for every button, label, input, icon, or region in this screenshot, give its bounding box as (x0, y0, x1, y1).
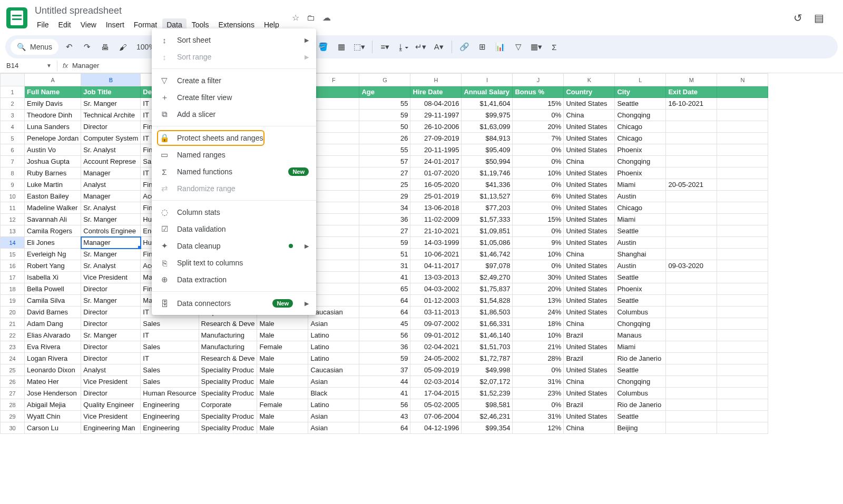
cell[interactable]: 10-06-2021 (410, 249, 462, 260)
cell[interactable]: Director (81, 283, 141, 295)
cell[interactable]: Phoenix (615, 167, 666, 179)
cell[interactable]: 08-04-2016 (410, 98, 462, 110)
table-view-button[interactable]: ▦▾ (529, 39, 544, 54)
cell[interactable]: Speciality Produc (199, 364, 257, 376)
cell[interactable]: Luna Sanders (25, 121, 81, 133)
cell[interactable]: Elias Alvarado (25, 330, 81, 341)
column-header[interactable]: L (615, 74, 666, 86)
cell[interactable]: Manaus (615, 330, 666, 341)
formula-input[interactable]: Manager (72, 62, 99, 70)
header-cell[interactable]: Country (564, 86, 615, 98)
cell[interactable] (717, 156, 768, 167)
cell[interactable]: 31% (513, 376, 564, 388)
cell[interactable]: Manufacturing (199, 330, 257, 341)
row-header[interactable]: 7 (1, 156, 25, 167)
cell[interactable]: China (564, 249, 615, 260)
cell[interactable]: Brazil (564, 330, 615, 341)
cell[interactable]: United States (564, 272, 615, 283)
cell[interactable]: 0% (513, 179, 564, 191)
cell[interactable]: 04-03-2002 (410, 283, 462, 295)
menu-item-data-cleanup[interactable]: ✦Data cleanup▶ (152, 238, 316, 254)
cell[interactable]: United States (564, 98, 615, 110)
cell[interactable]: 10% (513, 249, 564, 260)
cell[interactable]: 59 (359, 110, 410, 121)
menu-item-protect-sheets-and-ranges[interactable]: 🔒Protect sheets and ranges (152, 130, 316, 146)
cell[interactable] (666, 364, 717, 376)
cell[interactable]: 45 (359, 318, 410, 330)
cell[interactable] (717, 272, 768, 283)
cell[interactable]: 55 (359, 144, 410, 156)
cell[interactable]: Abigail Mejia (25, 399, 81, 411)
header-cell[interactable] (717, 86, 768, 98)
cell[interactable]: Director (81, 121, 141, 133)
cell[interactable]: Beijing (615, 422, 666, 434)
cell[interactable]: Analyst (81, 364, 141, 376)
row-header[interactable]: 12 (1, 214, 25, 225)
menu-edit[interactable]: Edit (54, 18, 75, 31)
cell[interactable]: 31 (359, 260, 410, 272)
cell[interactable]: Speciality Produc (199, 388, 257, 399)
cell[interactable]: China (564, 422, 615, 434)
cell[interactable]: 09-07-2002 (410, 318, 462, 330)
cell[interactable] (717, 388, 768, 399)
row-header[interactable]: 16 (1, 260, 25, 272)
cell[interactable]: $99,975 (462, 110, 513, 121)
cell[interactable]: Female (257, 399, 308, 411)
cell[interactable]: Robert Yang (25, 260, 81, 272)
cell[interactable] (717, 144, 768, 156)
star-icon[interactable]: ☆ (292, 13, 299, 23)
cell[interactable] (666, 202, 717, 214)
cell[interactable]: $1,57,333 (462, 214, 513, 225)
cell[interactable]: $2,07,172 (462, 376, 513, 388)
cell[interactable]: Speciality Produc (199, 422, 257, 434)
menu-item-data-extraction[interactable]: ⊕Data extraction (152, 271, 316, 288)
column-header[interactable]: M (666, 74, 717, 86)
cell[interactable] (666, 225, 717, 237)
cell[interactable]: Sr. Manger (81, 295, 141, 307)
cell[interactable] (666, 295, 717, 307)
cell[interactable] (717, 225, 768, 237)
insert-chart-button[interactable]: 📊 (493, 39, 508, 54)
cell[interactable] (666, 144, 717, 156)
cell[interactable]: $1,13,527 (462, 191, 513, 202)
cell[interactable]: 03-11-2013 (410, 307, 462, 318)
cell[interactable]: $1,54,828 (462, 295, 513, 307)
row-header[interactable]: 4 (1, 121, 25, 133)
cell[interactable]: 14-03-1999 (410, 237, 462, 249)
cell[interactable]: $1,66,331 (462, 318, 513, 330)
redo-button[interactable]: ↷ (80, 39, 94, 54)
cell[interactable]: Wyatt Chin (25, 411, 81, 422)
cell[interactable]: Everleigh Ng (25, 249, 81, 260)
cell[interactable]: 0% (513, 144, 564, 156)
cell[interactable]: Male (257, 318, 308, 330)
cell[interactable]: Columbus (615, 307, 666, 318)
cell[interactable]: Caucasian (308, 364, 359, 376)
cell[interactable]: IT (141, 330, 199, 341)
cell[interactable]: United States (564, 144, 615, 156)
cell[interactable]: 01-07-2020 (410, 167, 462, 179)
cell[interactable] (717, 237, 768, 249)
cell[interactable]: Sr. Manger (81, 98, 141, 110)
cell[interactable]: 0% (513, 260, 564, 272)
cell[interactable]: Vice President (81, 411, 141, 422)
menu-item-create-filter-view[interactable]: ＋Create filter view (152, 89, 316, 106)
cell[interactable]: 57 (359, 156, 410, 167)
cell[interactable] (666, 156, 717, 167)
cell[interactable]: Sales (141, 376, 199, 388)
cell[interactable]: Chicago (615, 133, 666, 144)
cell[interactable]: 20% (513, 121, 564, 133)
cell[interactable] (717, 214, 768, 225)
row-header[interactable]: 6 (1, 144, 25, 156)
cell[interactable]: 15% (513, 98, 564, 110)
row-header[interactable]: 8 (1, 167, 25, 179)
row-header[interactable]: 13 (1, 225, 25, 237)
cell[interactable] (717, 260, 768, 272)
cell[interactable]: China (564, 376, 615, 388)
cell[interactable] (717, 191, 768, 202)
cell[interactable]: Shanghai (615, 249, 666, 260)
cell[interactable]: 6% (513, 191, 564, 202)
cell[interactable]: $1,46,140 (462, 330, 513, 341)
functions-button[interactable]: Σ (547, 39, 562, 54)
cell[interactable]: $2,46,231 (462, 411, 513, 422)
cell[interactable]: Technical Archite (81, 110, 141, 121)
